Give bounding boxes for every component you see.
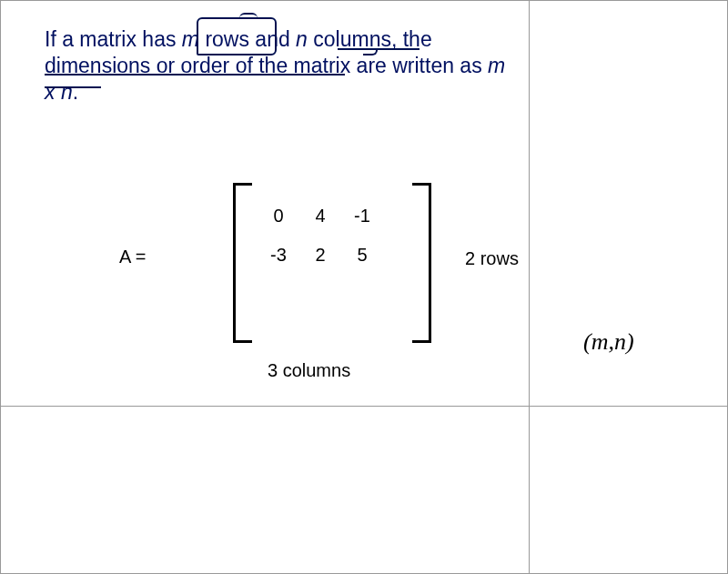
horizontal-divider	[1, 406, 727, 407]
table-row: -3 2 5	[258, 236, 383, 275]
vertical-divider	[529, 1, 530, 573]
matrix-cell: 2	[299, 236, 341, 275]
intro-text: If a matrix has m rows and n columns, th…	[45, 26, 518, 105]
ink-circle-rows-icon	[197, 17, 277, 55]
left-bracket-icon	[233, 183, 252, 343]
ink-squiggle-icon	[363, 48, 378, 55]
slide-page: If a matrix has m rows and n columns, th…	[0, 0, 728, 574]
rows-count-label: 2 rows	[465, 248, 519, 269]
matrix-cell: 0	[258, 196, 299, 236]
mn-tuple-label: (m,n)	[583, 328, 634, 356]
matrix-cell: 5	[341, 236, 383, 275]
ink-underline1-icon	[338, 48, 420, 50]
matrix-cell: -1	[341, 196, 383, 236]
matrix-cell: 4	[299, 196, 341, 236]
right-bracket-icon	[412, 183, 431, 343]
matrix-cell: -3	[258, 236, 299, 275]
ink-underline2-icon	[45, 74, 345, 76]
intro-part1: If a matrix has	[45, 27, 182, 51]
matrix-equals-label: A =	[119, 247, 146, 267]
intro-period: .	[73, 80, 78, 104]
cols-count-label: 3 columns	[268, 360, 350, 381]
intro-n: n	[296, 27, 308, 51]
table-row: 0 4 -1	[258, 196, 383, 236]
ink-cap-icon	[239, 13, 258, 22]
matrix-cells: 0 4 -1 -3 2 5	[258, 196, 383, 275]
ink-strike-mxn-icon	[45, 86, 101, 88]
